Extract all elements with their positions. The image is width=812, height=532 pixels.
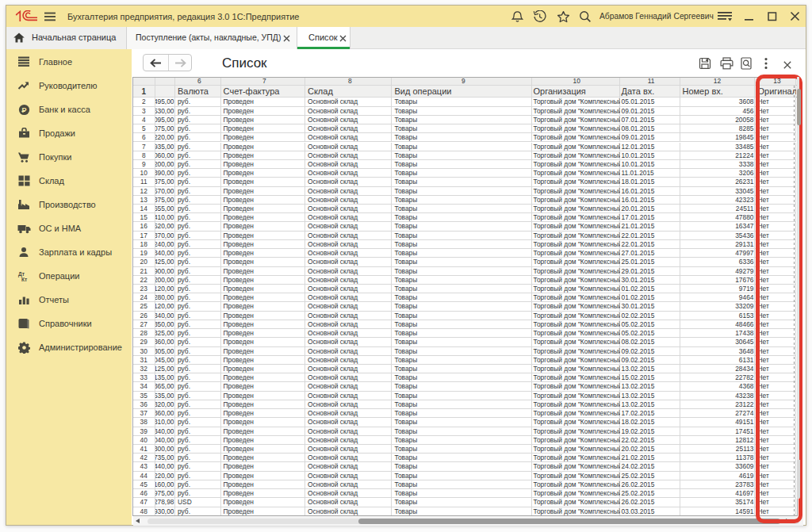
svg-text:P: P xyxy=(21,106,26,114)
svg-text:Кт: Кт xyxy=(21,277,27,282)
